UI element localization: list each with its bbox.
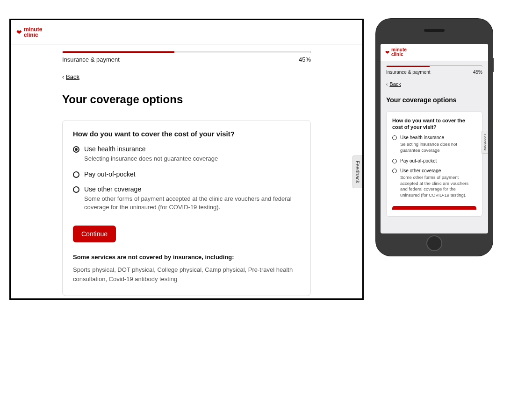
phone-mockup: ❤ minuteclinic Insurance & payment 45% ‹…	[376, 19, 493, 256]
progress-fill	[387, 66, 430, 67]
back-link-label: Back	[66, 73, 79, 80]
progress-percent-label: 45%	[299, 56, 311, 63]
progress-bar	[386, 65, 482, 67]
chevron-left-icon: ‹	[386, 82, 388, 87]
coverage-option-other[interactable]: Use other coverage Some other forms of p…	[73, 185, 300, 212]
radio-label: Use health insurance	[84, 145, 300, 153]
main-content: Insurance & payment 45% ‹ Back Your cove…	[11, 44, 362, 298]
progress-section-label: Insurance & payment	[386, 70, 431, 75]
progress-bar	[62, 51, 311, 53]
page-title: Your coverage options	[62, 93, 311, 106]
back-link[interactable]: ‹ Back	[62, 73, 79, 80]
radio-indicator	[73, 146, 79, 153]
phone-speaker	[424, 29, 445, 32]
radio-indicator	[73, 171, 79, 178]
progress-section-label: Insurance & payment	[62, 56, 120, 63]
radio-subtext: Selecting insurance does not guarantee c…	[400, 141, 476, 154]
radio-indicator	[392, 135, 397, 140]
coverage-option-health-insurance[interactable]: Use health insurance Selecting insurance…	[73, 145, 300, 163]
feedback-tab[interactable]: Feedback	[482, 131, 488, 154]
brand-logo-mobile: ❤ minuteclinic	[385, 48, 483, 57]
brand-text: minuteclinic	[24, 27, 42, 38]
coverage-option-out-of-pocket[interactable]: Pay out-of-pocket	[392, 158, 476, 163]
card-question: How do you want to cover the cost of you…	[73, 130, 300, 138]
radio-indicator	[73, 186, 79, 193]
coverage-option-other[interactable]: Use other coverage Some other forms of p…	[392, 168, 476, 198]
disclaimer-heading: Some services are not covered by insuran…	[73, 254, 300, 261]
feedback-tab[interactable]: Feedback	[352, 156, 362, 188]
page-title: Your coverage options	[386, 96, 482, 104]
radio-label: Use health insurance	[400, 135, 476, 140]
radio-subtext: Selecting insurance does not guarantee c…	[84, 155, 300, 163]
coverage-card: How do you want to cover the cost of you…	[62, 120, 311, 297]
main-content-mobile: Insurance & payment 45% ‹ Back Your cove…	[381, 61, 488, 233]
heart-icon: ❤	[16, 29, 22, 35]
radio-subtext: Some other forms of payment accepted at …	[84, 195, 300, 212]
progress-fill	[63, 51, 174, 53]
phone-side-button	[493, 58, 494, 72]
app-header: ❤ minuteclinic	[11, 20, 362, 44]
brand-text: minuteclinic	[391, 48, 407, 57]
radio-indicator	[392, 169, 397, 173]
app-header-mobile: ❤ minuteclinic	[381, 44, 488, 61]
phone-home-button	[426, 235, 442, 251]
radio-label: Pay out-of-pocket	[84, 170, 300, 178]
coverage-option-health-insurance[interactable]: Use health insurance Selecting insurance…	[392, 135, 476, 154]
radio-label: Use other coverage	[400, 168, 476, 173]
radio-subtext: Some other forms of payment accepted at …	[400, 175, 476, 198]
desktop-viewport: ❤ minuteclinic Insurance & payment 45% ‹…	[9, 19, 364, 300]
back-link[interactable]: ‹ Back	[386, 81, 401, 87]
progress-labels: Insurance & payment 45%	[386, 70, 482, 75]
coverage-option-out-of-pocket[interactable]: Pay out-of-pocket	[73, 170, 300, 178]
progress-percent-label: 45%	[473, 70, 482, 75]
radio-indicator	[392, 159, 397, 163]
continue-button-peek[interactable]	[392, 206, 476, 210]
radio-label: Use other coverage	[84, 185, 300, 193]
brand-logo: ❤ minuteclinic	[16, 27, 42, 38]
disclaimer-body: Sports physical, DOT physical, College p…	[73, 265, 300, 283]
radio-label: Pay out-of-pocket	[400, 158, 476, 163]
progress-labels: Insurance & payment 45%	[62, 56, 311, 63]
heart-icon: ❤	[385, 50, 389, 55]
card-question: How do you want to cover the cost of you…	[392, 117, 476, 131]
chevron-left-icon: ‹	[62, 74, 64, 80]
continue-button[interactable]: Continue	[73, 226, 116, 242]
back-link-label: Back	[389, 81, 401, 87]
phone-screen: ❤ minuteclinic Insurance & payment 45% ‹…	[381, 44, 488, 233]
coverage-card: How do you want to cover the cost of you…	[386, 111, 482, 217]
